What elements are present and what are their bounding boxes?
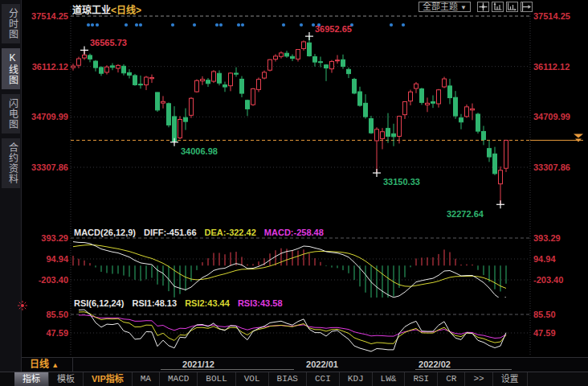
event-dot[interactable] bbox=[390, 23, 393, 27]
candle-body bbox=[161, 101, 165, 103]
event-dot[interactable] bbox=[237, 23, 240, 27]
scale-x-axis-icon[interactable] bbox=[506, 2, 518, 12]
candle-body bbox=[145, 77, 149, 85]
chevron-down-icon: ▼ bbox=[460, 4, 467, 11]
candle-body bbox=[426, 103, 430, 105]
candle-body bbox=[122, 66, 126, 72]
candle-body bbox=[302, 42, 306, 48]
tab-KDJ[interactable]: KDJ bbox=[340, 372, 373, 386]
event-dot[interactable] bbox=[125, 23, 128, 27]
macd-panel[interactable] bbox=[71, 238, 530, 301]
candle-body bbox=[285, 53, 289, 56]
candle-body bbox=[465, 107, 469, 117]
scale-y-axis-icon[interactable] bbox=[492, 2, 504, 12]
indicator-settings-icon[interactable] bbox=[18, 301, 27, 310]
candle-body bbox=[336, 60, 340, 61]
candle-body bbox=[381, 132, 385, 139]
candle-body bbox=[111, 66, 115, 68]
tab-RSI[interactable]: RSI bbox=[405, 372, 438, 386]
candle-body bbox=[94, 61, 98, 68]
axis-value-label: 34709.99 bbox=[533, 113, 570, 121]
candle-body bbox=[178, 119, 182, 138]
event-dot[interactable] bbox=[91, 23, 94, 27]
candle-body bbox=[353, 80, 357, 93]
x-axis-month-label: 2022/02 bbox=[419, 359, 451, 369]
candle-body bbox=[195, 80, 199, 92]
candle-body bbox=[251, 88, 255, 105]
tab-设置[interactable]: 设置 bbox=[493, 372, 528, 386]
tab->>[interactable]: >> bbox=[465, 372, 492, 386]
x-axis-row: 日线 ▲ 2021/122022/012022/02 bbox=[22, 357, 588, 372]
chart-canvas[interactable] bbox=[0, 0, 588, 386]
event-dot[interactable] bbox=[171, 23, 174, 27]
indicator-tabbar: 指标模板VIP指标MAMACDBOLLVOLBIASCCIKDJLW&RSICR… bbox=[0, 372, 588, 386]
candle-body bbox=[296, 50, 300, 60]
event-dot[interactable] bbox=[96, 23, 99, 27]
axis-value-label: 393.29 bbox=[22, 234, 68, 243]
sidebar-item-分时图[interactable]: 分时图 bbox=[2, 4, 20, 43]
candle-body bbox=[454, 97, 458, 116]
tab-CR[interactable]: CR bbox=[438, 372, 465, 386]
event-dot[interactable] bbox=[241, 23, 244, 27]
event-dot[interactable] bbox=[300, 23, 303, 27]
event-dot[interactable] bbox=[193, 23, 196, 27]
axis-value-label: 47.59 bbox=[533, 329, 556, 338]
trading-app-window: 分时图K线图闪电图合约资料 道琼工业<日线> 全部主题 ▼ bbox=[0, 0, 588, 386]
triangle-up-icon: ▲ bbox=[51, 361, 59, 369]
sidebar-item-K线图[interactable]: K线图 bbox=[2, 48, 20, 89]
main-price-panel[interactable] bbox=[71, 16, 530, 204]
shift-right-icon[interactable] bbox=[521, 2, 533, 12]
event-dot[interactable] bbox=[402, 23, 405, 27]
candle-body bbox=[291, 56, 295, 58]
sidebar-item-闪电图[interactable]: 闪电图 bbox=[2, 94, 20, 133]
candle-body bbox=[443, 79, 447, 87]
axis-value-label: 85.50 bbox=[22, 310, 68, 319]
tab-指标[interactable]: 指标 bbox=[14, 372, 49, 386]
rsi-panel[interactable] bbox=[71, 310, 530, 351]
tab-CCI[interactable]: CCI bbox=[307, 372, 340, 386]
axis-value-label: 36112.12 bbox=[22, 63, 68, 72]
candle-body bbox=[319, 62, 323, 63]
candle-body bbox=[341, 60, 345, 66]
tab-VOL[interactable]: VOL bbox=[236, 372, 269, 386]
candle-body bbox=[386, 129, 390, 137]
candle-body bbox=[235, 73, 239, 74]
chart-mode-sidebar: 分时图K线图闪电图合约资料 bbox=[0, 0, 22, 372]
candle-body bbox=[116, 65, 120, 68]
macd-diff-value: DIFF:-451.66 bbox=[144, 228, 196, 237]
pan-move-icon[interactable] bbox=[477, 2, 489, 12]
candle-body bbox=[414, 84, 419, 88]
rsi1-value: RSI1:48.13 bbox=[132, 298, 177, 308]
theme-select-button[interactable]: 全部主题 ▼ bbox=[419, 2, 471, 12]
x-axis-month-label: 2022/01 bbox=[306, 359, 338, 369]
latest-price-marker bbox=[574, 133, 583, 138]
axis-value-label: 37514.25 bbox=[533, 12, 570, 21]
event-dot[interactable] bbox=[215, 23, 218, 27]
tab-MACD[interactable]: MACD bbox=[160, 372, 198, 386]
macd-dea-value: DEA:-322.42 bbox=[205, 228, 256, 237]
candle-body bbox=[364, 103, 368, 117]
event-dot[interactable] bbox=[219, 23, 223, 27]
event-dot[interactable] bbox=[139, 23, 142, 27]
candle-body bbox=[150, 77, 154, 78]
candle-body bbox=[184, 117, 188, 121]
tab-BOLL[interactable]: BOLL bbox=[198, 372, 235, 386]
candle-body bbox=[375, 129, 379, 141]
candle-body bbox=[263, 72, 267, 78]
candle-body bbox=[139, 84, 143, 85]
candle-body bbox=[392, 133, 396, 137]
tab-BIAS[interactable]: BIAS bbox=[269, 372, 307, 386]
tab-MA[interactable]: MA bbox=[133, 372, 160, 386]
event-dot[interactable] bbox=[135, 23, 138, 27]
tab-LW&[interactable]: LW& bbox=[373, 372, 406, 386]
axis-value-label: -203.40 bbox=[22, 276, 68, 285]
tab-模板[interactable]: 模板 bbox=[49, 372, 84, 386]
event-dot[interactable] bbox=[282, 23, 285, 27]
candle-body bbox=[206, 80, 210, 84]
sidebar-item-合约资料[interactable]: 合约资料 bbox=[2, 138, 20, 188]
candle-body bbox=[128, 72, 132, 75]
period-selector[interactable]: 日线 ▲ bbox=[22, 358, 73, 372]
candle-body bbox=[493, 154, 497, 173]
event-dot[interactable] bbox=[87, 23, 90, 27]
tab-VIP指标[interactable]: VIP指标 bbox=[84, 372, 133, 386]
